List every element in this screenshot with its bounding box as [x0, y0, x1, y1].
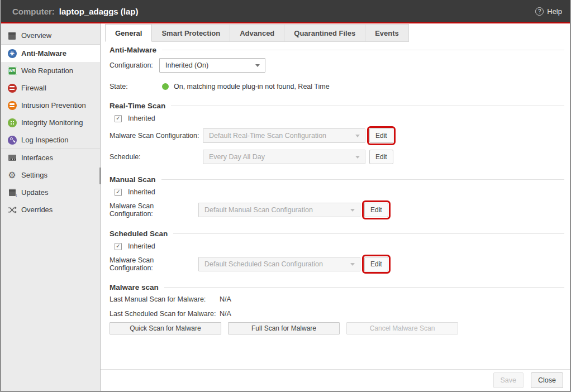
state-text: On, matching module plug-in not found, R… — [174, 83, 330, 90]
chevron-down-icon — [350, 209, 355, 212]
real-time-malware-scan-config-select[interactable]: Default Real-Time Scan Configuration — [203, 128, 365, 143]
sidebar-item-label: Firewall — [21, 84, 46, 92]
tab-advanced[interactable]: Advanced — [230, 24, 284, 42]
tab-bar: General Smart Protection Advanced Quaran… — [101, 23, 570, 42]
section-title: Anti-Malware — [110, 46, 156, 54]
settings-gear-icon: ⚙ — [7, 170, 17, 180]
cancel-malware-scan-button[interactable]: Cancel Malware Scan — [346, 322, 458, 334]
last-scheduled-scan-row: Last Scheduled Scan for Malware: N/A — [110, 310, 564, 318]
anti-malware-section-heading: Anti-Malware — [110, 46, 564, 54]
scan-buttons-row: Quick Scan for Malware Full Scan for Mal… — [110, 322, 564, 334]
web-reputation-icon: WR — [7, 66, 17, 75]
tab-events[interactable]: Events — [365, 24, 409, 42]
scheduled-malware-scan-config-select[interactable]: Default Scheduled Scan Configuration — [198, 257, 360, 271]
log-inspection-icon — [7, 135, 17, 145]
configuration-select[interactable]: Inherited (On) — [159, 58, 265, 73]
section-rule — [164, 287, 564, 288]
sidebar-item-interfaces[interactable]: Interfaces — [1, 149, 100, 166]
sidebar-item-label: Integrity Monitoring — [21, 118, 83, 127]
section-title: Manual Scan — [110, 175, 156, 184]
scheduled-scan-section-heading: Scheduled Scan — [110, 230, 564, 238]
schedule-edit-button[interactable]: Edit — [369, 150, 393, 164]
configuration-row: Configuration: Inherited (On) — [110, 58, 564, 73]
help-button[interactable]: ? Help — [535, 7, 562, 16]
sidebar-resize-handle[interactable] — [99, 168, 101, 184]
overview-icon — [7, 31, 17, 40]
schedule-label: Schedule: — [110, 153, 203, 161]
configuration-label: Configuration: — [110, 61, 159, 69]
close-button[interactable]: Close — [531, 372, 563, 388]
tab-quarantined-files[interactable]: Quarantined Files — [284, 24, 365, 42]
inherited-checkbox[interactable]: ✓ — [115, 189, 122, 196]
section-title: Scheduled Scan — [110, 230, 168, 238]
last-scheduled-scan-value: N/A — [220, 310, 231, 318]
section-rule — [162, 50, 564, 50]
sidebar-item-settings[interactable]: ⚙ Settings — [1, 166, 100, 184]
schedule-row: Schedule: Every Day All Day Edit — [110, 150, 564, 164]
sidebar-item-updates[interactable]: ↓ Updates — [1, 184, 100, 201]
computer-name: laptop_adaggs (lap) — [59, 7, 139, 16]
computer-label: Computer: — [12, 7, 55, 16]
sidebar-item-log-inspection[interactable]: Log Inspection — [1, 131, 100, 149]
section-title: Malware scan — [110, 283, 159, 291]
footer-bar: Save Close — [101, 369, 570, 391]
sidebar-item-integrity-monitoring[interactable]: Integrity Monitoring — [1, 114, 100, 131]
sidebar-item-intrusion-prevention[interactable]: Intrusion Prevention — [1, 97, 100, 114]
last-scheduled-scan-label: Last Scheduled Scan for Malware: — [110, 310, 220, 318]
manual-malware-scan-config-row: Malware Scan Configuration: Default Manu… — [110, 202, 564, 218]
scheduled-scan-config-edit-button[interactable]: Edit — [364, 257, 388, 271]
main-panel: General Smart Protection Advanced Quaran… — [101, 23, 570, 391]
section-rule — [173, 233, 564, 234]
save-button[interactable]: Save — [493, 372, 524, 388]
sidebar-item-label: Intrusion Prevention — [21, 101, 86, 109]
tab-smart-protection[interactable]: Smart Protection — [152, 24, 230, 42]
sidebar-item-label: Updates — [21, 188, 48, 197]
manual-inherited-row: ✓ Inherited — [110, 188, 564, 196]
firewall-icon — [7, 83, 17, 93]
tab-general[interactable]: General — [105, 24, 152, 42]
sidebar-item-overrides[interactable]: Overrides — [1, 201, 100, 218]
help-icon: ? — [535, 7, 544, 16]
inherited-label: Inherited — [128, 242, 155, 250]
sidebar-item-firewall[interactable]: Firewall — [1, 79, 100, 97]
sidebar-item-label: Settings — [21, 171, 47, 179]
malware-scan-config-label: Malware Scan Configuration: — [110, 132, 203, 140]
integrity-monitoring-icon — [7, 118, 17, 127]
last-manual-scan-row: Last Manual Scan for Malware: N/A — [110, 295, 564, 303]
malware-scan-config-label: Malware Scan Configuration: — [110, 256, 198, 272]
sidebar-item-label: Web Reputation — [21, 66, 73, 75]
manual-malware-scan-config-select[interactable]: Default Manual Scan Configuration — [198, 203, 360, 217]
inherited-checkbox[interactable]: ✓ — [115, 243, 122, 250]
full-scan-button[interactable]: Full Scan for Malware — [228, 322, 340, 334]
chevron-down-icon — [355, 135, 360, 137]
sidebar-item-overview[interactable]: Overview — [1, 27, 100, 44]
inherited-checkbox[interactable]: ✓ — [115, 115, 122, 122]
sidebar-item-label: Overview — [21, 31, 51, 40]
sidebar-item-label: Log Inspection — [21, 136, 69, 144]
state-on-indicator — [162, 83, 169, 90]
chevron-down-icon — [355, 156, 360, 159]
inherited-label: Inherited — [128, 188, 155, 196]
schedule-select[interactable]: Every Day All Day — [203, 150, 365, 164]
scheduled-malware-scan-config-row: Malware Scan Configuration: Default Sche… — [110, 256, 564, 272]
general-tab-content: Anti-Malware Configuration: Inherited (O… — [101, 42, 570, 369]
last-manual-scan-label: Last Manual Scan for Malware: — [110, 295, 220, 303]
state-row: State: On, matching module plug-in not f… — [110, 83, 564, 90]
sidebar-item-label: Anti-Malware — [21, 49, 66, 58]
last-manual-scan-value: N/A — [220, 295, 231, 303]
sidebar-item-web-reputation[interactable]: WR Web Reputation — [1, 62, 100, 79]
quick-scan-button[interactable]: Quick Scan for Malware — [110, 322, 221, 334]
real-time-scan-config-edit-button[interactable]: Edit — [369, 128, 393, 143]
state-label: State: — [110, 83, 159, 90]
manual-scan-config-edit-button[interactable]: Edit — [364, 203, 388, 217]
overrides-icon — [7, 205, 17, 214]
section-rule — [171, 106, 564, 106]
help-label: Help — [547, 7, 562, 16]
sidebar-item-anti-malware[interactable]: ☣ Anti-Malware — [1, 45, 100, 62]
real-time-inherited-row: ✓ Inherited — [110, 114, 564, 122]
chevron-down-icon — [350, 263, 355, 266]
manual-scan-section-heading: Manual Scan — [110, 175, 564, 184]
real-time-malware-scan-config-row: Malware Scan Configuration: Default Real… — [110, 128, 564, 143]
sidebar: Overview ☣ Anti-Malware WR Web Reputatio… — [1, 23, 101, 391]
malware-scan-section-heading: Malware scan — [110, 283, 564, 291]
